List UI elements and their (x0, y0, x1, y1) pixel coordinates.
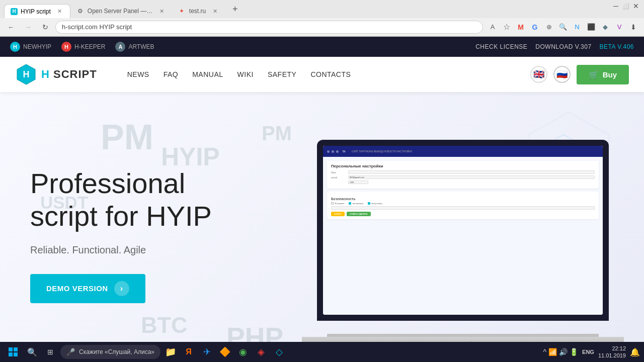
topbar-artweb[interactable]: A ARTWEB (115, 42, 154, 52)
hero-title-line1: Professional (30, 167, 185, 199)
hero-section: PM HYIP BTC PHP USDT PM Professional scr… (0, 92, 644, 362)
topbar-hkeeper[interactable]: H H-KEEPER (61, 42, 105, 52)
demo-btn-label: DEMO version (46, 284, 108, 293)
taskbar-explorer[interactable]: 📁 (163, 344, 179, 360)
clock-time: 22:12 (598, 345, 626, 352)
search-icon: 🔍 (27, 347, 37, 357)
buy-icon: 🛒 (589, 70, 599, 79)
nav-news[interactable]: NEWS (127, 70, 149, 78)
taskbar-app2[interactable]: ◉ (235, 344, 251, 360)
laptop-security-input-row (331, 206, 595, 210)
reload-button[interactable]: ↻ (38, 20, 52, 34)
nav-manual[interactable]: MANUAL (192, 70, 223, 78)
language-russian-btn[interactable]: 🇷🇺 (553, 66, 571, 83)
new-tab-button[interactable]: + (228, 2, 242, 16)
laptop-input-number: -200 (348, 180, 368, 184)
site-navbar: H H SCRIPT NEWS FAQ MANUAL WIKI SAFETY C… (0, 57, 644, 92)
laptop-cb-box-2 (349, 202, 351, 205)
taskbar-app1[interactable]: 🔶 (217, 344, 233, 360)
tab-favicon-2: ⚙ (77, 8, 85, 15)
newhyip-icon: H (10, 42, 20, 52)
window-controls: ─ ⬜ ✕ (612, 2, 640, 10)
tray-chevron[interactable]: ^ (543, 348, 547, 356)
tab-test-ru[interactable]: ✦ test.ru ✕ (173, 4, 225, 18)
tray-volume[interactable]: 🔊 (559, 348, 568, 356)
tray-network[interactable]: 📶 (548, 348, 557, 356)
laptop-screen-body: Персональные настройки Имя email (323, 157, 603, 315)
cortana-search[interactable]: 🎤 Скажите «Слушай, Алиса» (60, 345, 160, 359)
laptop-cancel-btn: ОТМЕН+УДАЛИТЬ (347, 212, 371, 216)
demo-button[interactable]: DEMO version › (30, 274, 145, 303)
gmail-icon[interactable]: M (514, 21, 527, 34)
tab-close-2[interactable]: ✕ (158, 7, 166, 15)
download-icon[interactable]: ⬇ (627, 21, 640, 34)
laptop-card-title: Персональные настройки (331, 164, 595, 168)
notification-icon[interactable]: 🔔 (630, 347, 640, 357)
buy-button[interactable]: 🛒 Buy (577, 65, 629, 84)
tab-hyip-script[interactable]: H HYIP script ✕ (4, 4, 70, 18)
hero-laptop-image: Bt САЙТ ПАРТНЕРЫ ВЫВОД НОВОСТИ НАСТРОЙКИ… (272, 115, 614, 356)
site-logo[interactable]: H H SCRIPT (15, 63, 97, 85)
extension-icon-4[interactable]: ⬛ (585, 21, 598, 34)
beta-link[interactable]: BETA V.406 (600, 43, 634, 50)
logo-icon: H (15, 63, 37, 85)
taskbar-app3[interactable]: ◈ (253, 344, 269, 360)
nav-wiki[interactable]: WIKI (237, 70, 254, 78)
logo-h: H (41, 68, 50, 80)
chrome-icon[interactable]: G (528, 21, 541, 34)
close-button[interactable]: ✕ (632, 2, 640, 10)
nav-contacts[interactable]: CONTACTS (310, 70, 351, 78)
extension-icon-5[interactable]: ◆ (599, 21, 612, 34)
minimize-button[interactable]: ─ (612, 2, 620, 10)
tray-language[interactable]: ENG (582, 349, 594, 355)
back-button[interactable]: ← (4, 20, 18, 34)
taskbar-telegram[interactable]: ✈ (199, 344, 215, 360)
laptop-checkboxes: 30 упражн... авторизаци... (331, 202, 595, 205)
topbar-newhyip[interactable]: H NEWHYIP (10, 42, 51, 52)
tab-title-3: test.ru (189, 8, 206, 15)
hero-title-line2: script for HYIP (30, 200, 212, 232)
taskbar-yandex[interactable]: Я (181, 344, 197, 360)
tray-battery[interactable]: 🔋 (570, 348, 578, 356)
yandex-icon: Я (186, 347, 192, 356)
tab-favicon-3: ✦ (179, 8, 186, 15)
translate-icon[interactable]: A (486, 21, 499, 34)
laptop-settings-card: Персональные настройки Имя email (327, 161, 599, 189)
bookmark-icon[interactable]: ☆ (500, 21, 513, 34)
check-license-link[interactable]: CHECK LICENSE (475, 43, 527, 50)
tab-close-1[interactable]: ✕ (56, 8, 64, 16)
app4-icon: ◇ (276, 346, 283, 357)
laptop-field-email: email $23@gmail.com (331, 175, 595, 179)
forward-button[interactable]: → (21, 20, 35, 34)
nav-safety[interactable]: SAFETY (268, 70, 296, 78)
artweb-icon: A (115, 42, 125, 52)
tab-open-server[interactable]: ⚙ Open Server Panel — Лока... ✕ (71, 4, 172, 18)
laptop-label-name: Имя (331, 171, 346, 174)
start-button[interactable] (4, 343, 22, 361)
svg-rect-5 (14, 347, 18, 351)
taskbar-search-btn[interactable]: 🔍 (24, 344, 40, 360)
extension-icon-3[interactable]: N (571, 21, 584, 34)
language-english-btn[interactable]: 🇬🇧 (530, 66, 547, 83)
taskbar-app4[interactable]: ◇ (271, 344, 287, 360)
taskbar-task-view[interactable]: ⊞ (42, 344, 58, 360)
address-text: h-script.com HYIP script (62, 23, 132, 31)
screen-dot-3 (336, 150, 339, 153)
svg-rect-4 (9, 347, 13, 351)
nav-faq[interactable]: FAQ (164, 70, 179, 78)
extension-icon-6[interactable]: V (613, 21, 626, 34)
laptop-screen-header: Bt САЙТ ПАРТНЕРЫ ВЫВОД НОВОСТИ НАСТРОЙКИ (323, 146, 603, 157)
download-link[interactable]: DOWNLOAD V.307 (535, 43, 591, 50)
screen-dot-2 (332, 150, 334, 153)
browser-toolbar-icons: A ☆ M G ⊕ 🔍 N ⬛ ◆ V ⬇ (486, 21, 640, 34)
hkeeper-icon: H (61, 42, 71, 52)
address-bar: ← → ↻ h-script.com HYIP script A ☆ M G ⊕… (0, 18, 644, 36)
address-input[interactable]: h-script.com HYIP script (55, 21, 483, 34)
screen-nav-links: САЙТ ПАРТНЕРЫ ВЫВОД НОВОСТИ НАСТРОЙКИ (352, 150, 412, 153)
extension-icon-2[interactable]: 🔍 (556, 21, 570, 34)
tab-close-3[interactable]: ✕ (211, 7, 219, 15)
extension-icon-1[interactable]: ⊕ (542, 21, 555, 34)
laptop-security-input (331, 206, 595, 210)
restore-button[interactable]: ⬜ (622, 2, 630, 10)
app3-icon: ◈ (258, 346, 265, 357)
